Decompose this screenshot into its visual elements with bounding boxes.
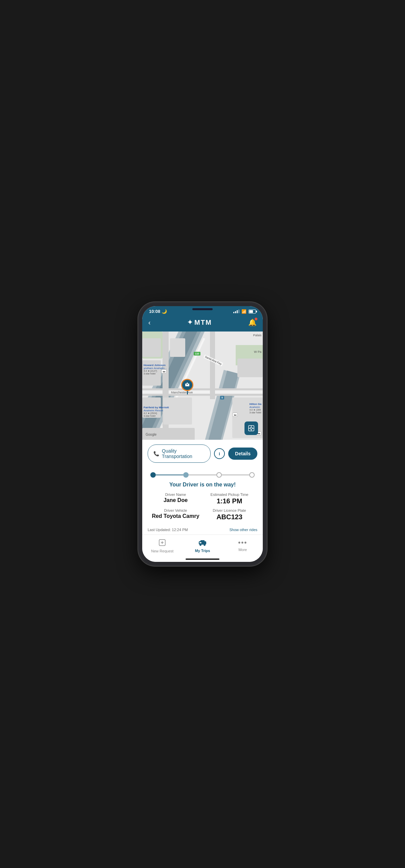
call-label: Quality Transportation — [162, 448, 205, 459]
svg-rect-15 — [200, 540, 205, 542]
app-header: ‹ ✦ MTM 🔔 — [142, 315, 263, 332]
hilton-label: Hilton Ga Anaheim 4.0 ★ (289 3-star hote… — [249, 403, 261, 414]
action-bar: 📞 Quality Transportation i Details — [142, 440, 263, 467]
w-pa-label: W Pa — [254, 350, 261, 353]
logo-bird-icon: ✦ — [187, 318, 193, 327]
progress-dot-1 — [150, 472, 156, 478]
logo-text: MTM — [194, 319, 212, 326]
driver-info-grid: Driver Name Jane Doe Estimated Pickup Ti… — [150, 493, 255, 521]
last-updated-label: Last Updated: — [148, 528, 171, 532]
driver-plate-field: Driver Licence Plate ABC123 — [204, 508, 255, 521]
driver-name-field: Driver Name Jane Doe — [150, 493, 201, 505]
palais-label: Palais — [253, 334, 261, 337]
map-container[interactable]: Manchester Ave Santa Ana Fwy Howard John… — [142, 332, 263, 440]
hotel-icon-hilton: 🛏 — [232, 413, 238, 417]
home-bar — [186, 558, 219, 560]
pin-circle — [181, 379, 193, 391]
progress-dot-3 — [216, 472, 222, 478]
nav-item-my-trips[interactable]: My Trips — [183, 538, 223, 554]
map-background: Manchester Ave Santa Ana Fwy Howard John… — [142, 332, 263, 440]
status-bar: 10:08 🌙 📶 — [142, 306, 263, 315]
back-button[interactable]: ‹ — [148, 319, 151, 326]
header-logo: ✦ MTM — [187, 318, 212, 327]
driver-vehicle-label: Driver Vehicle — [150, 508, 201, 512]
status-left: 10:08 🌙 — [149, 309, 167, 314]
phone-screen: 10:08 🌙 📶 ‹ ✦ MTM — [142, 306, 263, 562]
nav-item-more[interactable]: ••• More — [222, 538, 263, 554]
more-icon: ••• — [238, 539, 247, 547]
info-icon: i — [219, 451, 220, 456]
pickup-time-field: Estimated Pickup Time 1:16 PM — [204, 493, 255, 505]
speaker — [192, 308, 213, 310]
last-updated-time: 12:24 PM — [172, 528, 188, 532]
nav-item-new-request[interactable]: New Request — [142, 538, 183, 554]
progress-line-3 — [222, 475, 249, 475]
svg-rect-2 — [187, 384, 188, 385]
progress-tracker — [142, 467, 263, 480]
progress-line-1 — [156, 475, 183, 475]
progress-dot-2 — [183, 472, 189, 478]
svg-point-8 — [250, 427, 252, 429]
my-trips-label: My Trips — [195, 549, 210, 553]
hotel-icon-howard: 🛏 — [161, 369, 167, 373]
driver-vehicle-field: Driver Vehicle Red Toyota Camry — [150, 508, 201, 521]
time-display: 10:08 — [149, 309, 160, 314]
new-request-label: New Request — [151, 549, 173, 553]
call-button[interactable]: 📞 Quality Transportation — [148, 444, 211, 463]
progress-line-2 — [189, 475, 216, 475]
last-updated: Last Updated: 12:24 PM — [148, 528, 188, 532]
info-button[interactable]: i — [214, 448, 225, 459]
driver-status-message: Your Driver is on the way! — [150, 482, 255, 488]
notification-dot — [255, 318, 257, 320]
progress-track — [150, 472, 255, 478]
show-other-rides-link[interactable]: Show other rides — [229, 528, 257, 532]
driver-name-value: Jane Doe — [150, 497, 201, 503]
details-button[interactable]: Details — [228, 448, 257, 460]
google-label: Google — [146, 433, 156, 436]
wifi-icon: 📶 — [241, 309, 247, 314]
fairfield-label: Fairfield by Marriott Anaheim Resort 4.2… — [144, 406, 169, 417]
phone-frame: 10:08 🌙 📶 ‹ ✦ MTM — [138, 302, 267, 566]
status-right: 📶 — [233, 309, 256, 314]
signal-bars — [233, 310, 239, 313]
new-request-icon — [158, 539, 166, 548]
svg-point-13 — [200, 544, 201, 546]
hwy-110-sign: 110 — [194, 352, 200, 356]
my-trips-icon — [198, 539, 207, 548]
more-label: More — [238, 548, 247, 552]
location-pin — [181, 379, 193, 394]
moon-icon: 🌙 — [162, 309, 167, 314]
phone-icon: 📞 — [153, 451, 159, 456]
driver-plate-value: ABC123 — [204, 513, 255, 521]
driver-section: Your Driver is on the way! Driver Name J… — [142, 480, 263, 525]
pickup-time-label: Estimated Pickup Time — [204, 493, 255, 497]
recenter-button[interactable] — [244, 421, 258, 435]
pickup-time-value: 1:16 PM — [204, 497, 255, 505]
driver-vehicle-value: Red Toyota Camry — [150, 513, 201, 519]
notification-button[interactable]: 🔔 — [248, 318, 257, 326]
footer-info: Last Updated: 12:24 PM Show other rides — [142, 525, 263, 534]
progress-dot-4 — [249, 472, 255, 478]
svg-point-1 — [187, 383, 188, 384]
battery-icon — [249, 310, 256, 314]
driver-plate-label: Driver Licence Plate — [204, 508, 255, 512]
bottom-nav: New Request My Trips ••• More — [142, 534, 263, 556]
hwy-5-sign: 5 — [220, 396, 224, 399]
pin-tail — [187, 391, 188, 394]
svg-rect-16 — [199, 542, 201, 543]
home-indicator — [142, 556, 263, 562]
svg-point-14 — [204, 544, 206, 546]
driver-name-label: Driver Name — [150, 493, 201, 497]
